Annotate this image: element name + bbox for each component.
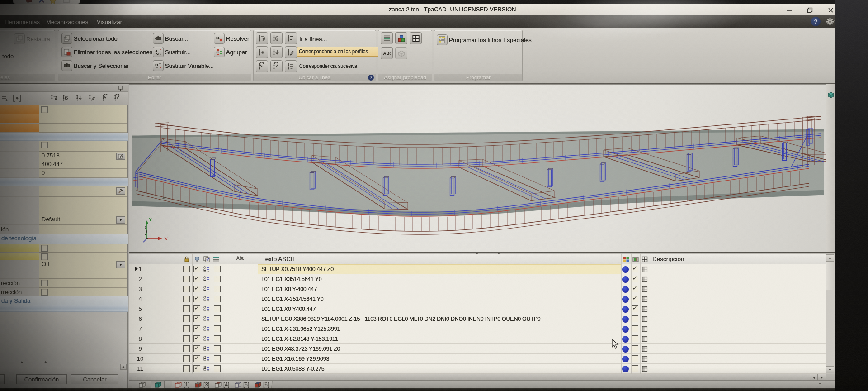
ribbon-button-buscar[interactable]: Buscar... [153,33,188,44]
table-row[interactable]: 6✓SETUP EG0 X386.9829 Y184.0001 Z-15 T11… [129,314,826,324]
menu-mecanizaciones[interactable]: Mecanizaciones [43,18,91,26]
ribbon-button-eliminar-todas-las-selecciones[interactable]: Eliminar todas las selecciones [61,46,152,58]
horizontal-scrollbar[interactable]: ◂ ▸ [129,374,826,380]
row-checkbox-description[interactable]: ✓ [632,276,638,282]
row-layers-icon[interactable] [203,355,210,362]
row-grid-icon[interactable] [641,325,648,333]
row-grid-icon[interactable] [641,335,648,343]
confirm-button[interactable]: Confirmación [16,374,67,384]
row-color-dot[interactable] [622,336,629,343]
grid-row-value[interactable]: Default▼ [39,215,127,225]
row-checkbox-lock[interactable] [183,286,190,292]
category-label[interactable]: de tecnología [1,235,37,242]
scroll-down-button[interactable]: ▼ [826,366,834,373]
redo-icon[interactable] [114,94,124,103]
grid-checkbox[interactable] [41,245,48,252]
ribbon-button-sustituir-variable[interactable]: r1Sustituir Variable... [153,60,214,72]
green-cube-icon[interactable] [151,381,165,388]
grid-row-value[interactable] [39,141,127,152]
grid-checkbox[interactable] [41,253,48,260]
grid-row-value[interactable] [39,206,127,215]
row-color-dot[interactable] [622,366,629,372]
row-checkbox-lock[interactable] [183,266,190,272]
abc-icon[interactable]: ABC [381,47,393,59]
grid-row-value[interactable]: 400.447 [39,160,127,169]
row-checkbox-view[interactable]: ✓ [193,345,200,352]
colored-cubes-icon[interactable] [395,32,407,44]
table-row[interactable]: 11✓L01 EG1 X0.5088 Y-0.275 [129,364,826,374]
row-layers-icon[interactable] [203,365,210,372]
row-color-dot[interactable] [622,276,629,283]
row-checkbox-view[interactable]: ✓ [193,276,200,282]
ribbon-button-correspondencia-sucesiva[interactable]: Correspondencia sucesiva [299,61,366,71]
vertical-scrollbar[interactable]: ▲ ▼ [826,254,835,374]
ribbon-button-seleccionar-todo[interactable]: Seleccionar todo [61,33,118,44]
category-label[interactable]: da y Salida [1,297,30,304]
row-checkbox-extra[interactable] [214,286,221,292]
row-checkbox-description[interactable] [632,335,638,342]
table-row[interactable]: 1✓SETUP X0.7518 Y400.447 Z0✓ [129,264,826,274]
row-checkbox-view[interactable]: ✓ [193,355,200,362]
scroll-right-button[interactable]: ▸ [818,374,826,380]
row-layers-icon[interactable] [203,305,210,313]
undo-curve-icon[interactable] [256,60,268,72]
grid-row-value[interactable] [39,244,127,253]
grid-row-value[interactable] [39,225,127,234]
row-checkbox-view[interactable]: ✓ [193,286,200,292]
row-color-dot[interactable] [622,316,629,323]
table-row[interactable]: 8✓L01 EG1 X-82.8143 Y-153.1911 [129,334,826,344]
palette-icon[interactable] [632,256,639,263]
list-icon[interactable] [212,256,220,263]
row-checkbox-extra[interactable] [214,365,221,372]
edit-button[interactable] [116,153,125,160]
rotate-right-icon[interactable] [62,94,72,103]
view-tab-3[interactable]: [3] [191,381,213,388]
list-edit-icon[interactable] [89,94,99,103]
list-redo-icon[interactable] [270,32,283,44]
grid-row-value[interactable] [39,186,127,197]
colored-squares-icon[interactable] [623,256,630,263]
panel-grip-dots[interactable]: ▴ ·········· ▴ [21,359,71,364]
grid-checkbox[interactable] [41,142,48,148]
row-checkbox-extra[interactable] [214,266,221,272]
grid-row-value[interactable] [39,279,127,288]
row-layers-icon[interactable] [203,286,210,293]
row-checkbox-lock[interactable] [183,345,190,352]
row-color-dot[interactable] [622,306,629,313]
row-checkbox-view[interactable]: ✓ [193,296,200,302]
row-checkbox-view[interactable]: ✓ [193,365,200,372]
menu-visualizar[interactable]: Visualizar [94,18,125,26]
grid-window-icon[interactable] [410,32,422,44]
ribbon-button-buscar-y-seleccionar[interactable]: Buscar y Seleccionar [61,60,129,72]
row-color-dot[interactable] [622,296,629,303]
list-edit-icon[interactable] [285,46,297,58]
grid-row-value[interactable] [39,288,127,296]
undo-icon[interactable] [102,94,112,103]
row-checkbox-lock[interactable] [183,325,190,332]
grid-row-value[interactable]: 0.7518 [39,152,127,160]
tabbar-pin-icon[interactable]: ⊓ [818,382,822,387]
row-checkbox-description[interactable]: ✓ [632,286,638,292]
list-undo-icon[interactable] [256,32,268,44]
collapse-button[interactable]: ▲ [120,364,127,370]
row-layers-icon[interactable] [203,276,210,283]
scroll-left-button[interactable]: ◂ [810,374,818,380]
row-checkbox-extra[interactable] [214,315,221,322]
lock-icon[interactable] [183,256,190,263]
lines-icon[interactable] [381,32,393,44]
table-row[interactable]: 5✓L01 EG1 X0 Y400.447✓ [129,304,826,314]
row-checkbox-lock[interactable] [183,305,190,312]
table-row[interactable]: 3✓L01 EG1 X0 Y-400.447✓ [129,284,826,294]
row-grid-icon[interactable] [641,286,648,293]
grid-row-value[interactable] [39,269,127,279]
row-checkbox-lock[interactable] [183,315,190,322]
row-checkbox-lock[interactable] [183,335,190,342]
restore-button-disabled[interactable]: Restaura [14,33,50,45]
dropdown-button[interactable]: ▼ [116,216,125,224]
redo-curve-icon[interactable] [270,60,283,72]
view-tab-1[interactable]: [1] [171,381,193,388]
ribbon-button-programar-los-filtros-especiales[interactable]: Programar los filtros Especiales [437,34,532,46]
row-checkbox-extra[interactable] [214,345,221,352]
row-layers-icon[interactable] [203,315,210,323]
row-grid-icon[interactable] [641,345,648,353]
